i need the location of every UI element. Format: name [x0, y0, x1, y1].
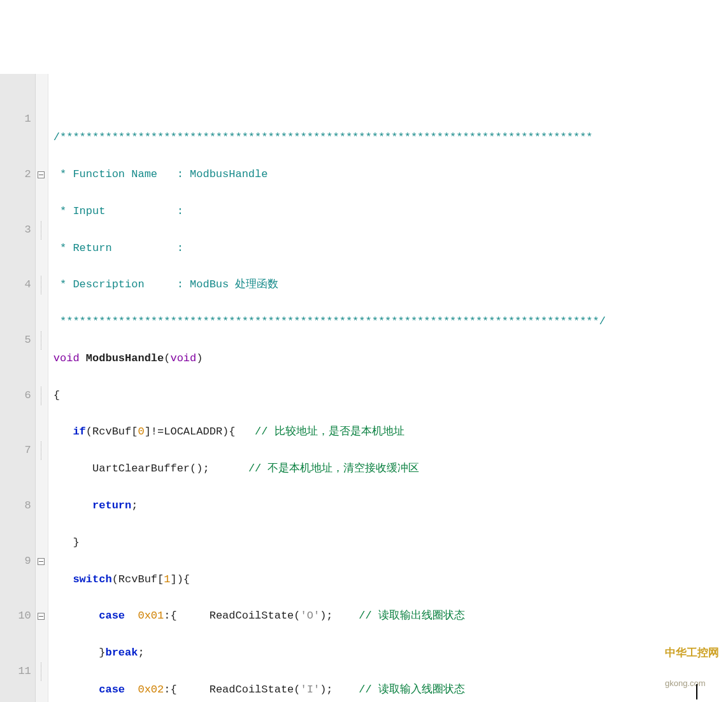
- code-editor: 1 2 3 4 5 6 7 8 9 10 11 12 13 14 15 16 1…: [0, 74, 728, 702]
- watermark-en: gkong.com: [665, 678, 706, 688]
- code-line: * Function Name : ModbusHandle: [54, 166, 728, 184]
- fold-toggle[interactable]: [38, 613, 45, 620]
- code-line: * Return :: [54, 240, 728, 258]
- code-line: }break;: [54, 644, 728, 663]
- code-line: if(RcvBuf[0]!=LOCALADDR){ // 比较地址，是否是本机地…: [54, 423, 728, 441]
- line-number-gutter: 1 2 3 4 5 6 7 8 9 10 11 12 13 14 15 16 1…: [0, 74, 36, 702]
- line-number: 2: [5, 166, 31, 184]
- code-area[interactable]: /***************************************…: [48, 74, 728, 702]
- line-number: 7: [5, 441, 31, 460]
- watermark: 中华工控网 gkong.com: [660, 630, 719, 691]
- code-line: void ModbusHandle(void): [54, 350, 728, 368]
- line-number: 1: [5, 110, 31, 129]
- fold-toggle[interactable]: [38, 171, 45, 178]
- line-number: 5: [5, 331, 31, 350]
- code-line: /***************************************…: [54, 129, 728, 147]
- watermark-cn: 中华工控网: [665, 647, 719, 659]
- code-line: [54, 92, 728, 110]
- line-number: 9: [5, 552, 31, 571]
- code-line: ****************************************…: [54, 313, 728, 331]
- line-number: 6: [5, 387, 31, 405]
- code-line: UartClearBuffer(); // 不是本机地址，清空接收缓冲区: [54, 460, 728, 478]
- code-line: * Input :: [54, 203, 728, 221]
- text-caret: [696, 684, 697, 699]
- code-line: * Description : ModBus 处理函数: [54, 276, 728, 294]
- code-line: {: [54, 387, 728, 405]
- line-number: 3: [5, 221, 31, 240]
- code-line: switch(RcvBuf[1]){: [54, 571, 728, 589]
- code-line: }: [54, 534, 728, 552]
- line-number: 10: [5, 607, 31, 626]
- code-line: case 0x02:{ ReadCoilState('I'); // 读取输入线…: [54, 681, 728, 699]
- code-line: return;: [54, 497, 728, 515]
- code-line: case 0x01:{ ReadCoilState('O'); // 读取输出线…: [54, 607, 728, 626]
- fold-toggle[interactable]: [38, 558, 45, 565]
- line-number: 8: [5, 497, 31, 515]
- line-number: 11: [5, 663, 31, 681]
- line-number: 4: [5, 276, 31, 294]
- fold-column: [36, 74, 48, 702]
